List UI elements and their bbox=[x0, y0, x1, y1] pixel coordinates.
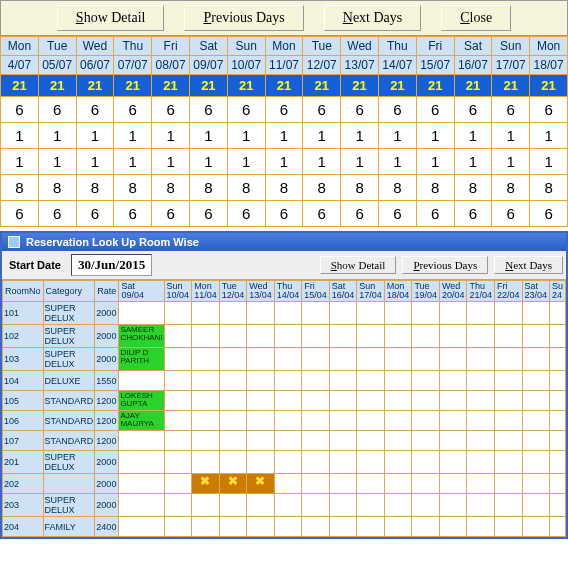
reservation-cell[interactable] bbox=[439, 325, 467, 348]
reservation-cell[interactable] bbox=[219, 325, 247, 348]
start-date-field[interactable]: 30/Jun/2015 bbox=[71, 254, 152, 276]
reservation-cell[interactable] bbox=[164, 411, 192, 431]
reservation-cell[interactable] bbox=[412, 451, 440, 474]
reservation-cell[interactable] bbox=[384, 431, 412, 451]
reservation-cell[interactable] bbox=[119, 474, 164, 494]
reservation-cell[interactable] bbox=[192, 348, 220, 371]
reservation-cell[interactable] bbox=[550, 411, 566, 431]
reservation-cell[interactable] bbox=[439, 474, 467, 494]
maintenance-icon[interactable]: ✖ bbox=[192, 474, 219, 493]
reservation-cell[interactable] bbox=[467, 325, 495, 348]
reservation-cell[interactable] bbox=[274, 348, 302, 371]
reservation-cell[interactable] bbox=[494, 517, 522, 537]
reservation-cell[interactable] bbox=[522, 451, 550, 474]
reservation-cell[interactable] bbox=[329, 494, 357, 517]
reservation-cell[interactable] bbox=[329, 474, 357, 494]
reservation-cell[interactable] bbox=[329, 517, 357, 537]
reservation-cell[interactable]: ✖ bbox=[219, 474, 247, 494]
booking-block[interactable]: LOKESH GUPTA bbox=[119, 391, 163, 410]
reservation-cell[interactable] bbox=[522, 371, 550, 391]
reservation-cell[interactable] bbox=[412, 391, 440, 411]
reservation-cell[interactable] bbox=[384, 411, 412, 431]
reservation-cell[interactable] bbox=[494, 411, 522, 431]
reservation-cell[interactable] bbox=[494, 348, 522, 371]
reservation-cell[interactable] bbox=[467, 302, 495, 325]
reservation-cell[interactable] bbox=[384, 451, 412, 474]
reservation-cell[interactable] bbox=[439, 302, 467, 325]
reservation-cell[interactable] bbox=[274, 391, 302, 411]
close-button[interactable]: Close bbox=[441, 5, 511, 31]
reservation-cell[interactable] bbox=[467, 474, 495, 494]
reservation-cell[interactable] bbox=[357, 474, 385, 494]
reservation-cell[interactable] bbox=[384, 302, 412, 325]
reservation-cell[interactable] bbox=[164, 325, 192, 348]
reservation-cell[interactable] bbox=[302, 411, 330, 431]
reservation-cell[interactable] bbox=[219, 431, 247, 451]
reservation-cell[interactable] bbox=[302, 302, 330, 325]
reservation-cell[interactable] bbox=[357, 302, 385, 325]
reservation-cell[interactable] bbox=[119, 371, 164, 391]
reservation-cell[interactable] bbox=[550, 517, 566, 537]
maintenance-icon[interactable]: ✖ bbox=[220, 474, 247, 493]
reservation-cell[interactable] bbox=[219, 302, 247, 325]
reservation-cell[interactable] bbox=[522, 517, 550, 537]
reservation-cell[interactable] bbox=[550, 451, 566, 474]
reservation-cell[interactable] bbox=[219, 494, 247, 517]
booking-block[interactable]: AJAY MAURYA bbox=[119, 411, 163, 430]
reservation-cell[interactable] bbox=[412, 474, 440, 494]
reservation-cell[interactable] bbox=[119, 431, 164, 451]
panel-show-detail-button[interactable]: Show Detail bbox=[320, 256, 397, 274]
reservation-cell[interactable] bbox=[439, 431, 467, 451]
reservation-cell[interactable] bbox=[412, 325, 440, 348]
reservation-cell[interactable] bbox=[164, 451, 192, 474]
reservation-cell[interactable] bbox=[550, 302, 566, 325]
reservation-cell[interactable] bbox=[357, 371, 385, 391]
reservation-cell[interactable] bbox=[384, 474, 412, 494]
reservation-cell[interactable] bbox=[219, 391, 247, 411]
reservation-cell[interactable] bbox=[219, 517, 247, 537]
booking-block[interactable]: DILIP D PARITH bbox=[119, 348, 163, 370]
reservation-cell[interactable] bbox=[274, 411, 302, 431]
next-days-button[interactable]: Next Days bbox=[324, 5, 422, 31]
reservation-cell[interactable] bbox=[119, 451, 164, 474]
reservation-cell[interactable] bbox=[357, 431, 385, 451]
reservation-cell[interactable] bbox=[329, 391, 357, 411]
reservation-cell[interactable] bbox=[550, 494, 566, 517]
reservation-cell[interactable] bbox=[119, 494, 164, 517]
reservation-cell[interactable] bbox=[164, 431, 192, 451]
reservation-cell[interactable] bbox=[467, 451, 495, 474]
reservation-cell[interactable] bbox=[274, 517, 302, 537]
reservation-cell[interactable] bbox=[357, 494, 385, 517]
reservation-cell[interactable] bbox=[247, 517, 275, 537]
reservation-cell[interactable] bbox=[550, 474, 566, 494]
reservation-cell[interactable] bbox=[164, 391, 192, 411]
reservation-cell[interactable] bbox=[467, 391, 495, 411]
reservation-cell[interactable] bbox=[357, 325, 385, 348]
reservation-cell[interactable] bbox=[550, 431, 566, 451]
reservation-cell[interactable] bbox=[164, 348, 192, 371]
reservation-cell[interactable] bbox=[274, 431, 302, 451]
reservation-cell[interactable]: ✖ bbox=[247, 474, 275, 494]
reservation-cell[interactable] bbox=[494, 371, 522, 391]
reservation-cell[interactable] bbox=[467, 348, 495, 371]
reservation-cell[interactable]: AJAY MAURYA bbox=[119, 411, 164, 431]
reservation-cell[interactable] bbox=[192, 411, 220, 431]
reservation-cell[interactable] bbox=[302, 371, 330, 391]
reservation-cell[interactable] bbox=[329, 325, 357, 348]
reservation-cell[interactable] bbox=[192, 371, 220, 391]
reservation-cell[interactable] bbox=[357, 348, 385, 371]
reservation-cell[interactable] bbox=[467, 371, 495, 391]
reservation-cell[interactable]: SAMEER CHOKHANI bbox=[119, 325, 164, 348]
reservation-cell[interactable] bbox=[494, 302, 522, 325]
reservation-cell[interactable]: DILIP D PARITH bbox=[119, 348, 164, 371]
reservation-cell[interactable] bbox=[274, 371, 302, 391]
reservation-cell[interactable] bbox=[357, 451, 385, 474]
reservation-cell[interactable] bbox=[219, 371, 247, 391]
previous-days-button[interactable]: Previous Days bbox=[184, 5, 303, 31]
reservation-cell[interactable] bbox=[219, 451, 247, 474]
reservation-cell[interactable] bbox=[302, 451, 330, 474]
reservation-cell[interactable] bbox=[192, 325, 220, 348]
reservation-cell[interactable] bbox=[329, 302, 357, 325]
reservation-cell[interactable]: LOKESH GUPTA bbox=[119, 391, 164, 411]
reservation-cell[interactable] bbox=[522, 474, 550, 494]
